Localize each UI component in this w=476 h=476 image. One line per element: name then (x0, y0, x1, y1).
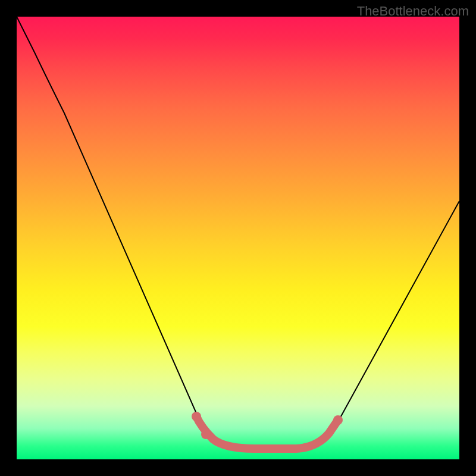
chart-svg (17, 17, 459, 459)
marker-dot (201, 430, 211, 439)
marker-dot (192, 412, 201, 421)
bottleneck-curve (17, 17, 459, 445)
plot-area (17, 17, 459, 459)
marker-dot (333, 415, 343, 425)
watermark-text: TheBottleneck.com (357, 4, 469, 19)
sweet-spot-marker (196, 416, 338, 449)
